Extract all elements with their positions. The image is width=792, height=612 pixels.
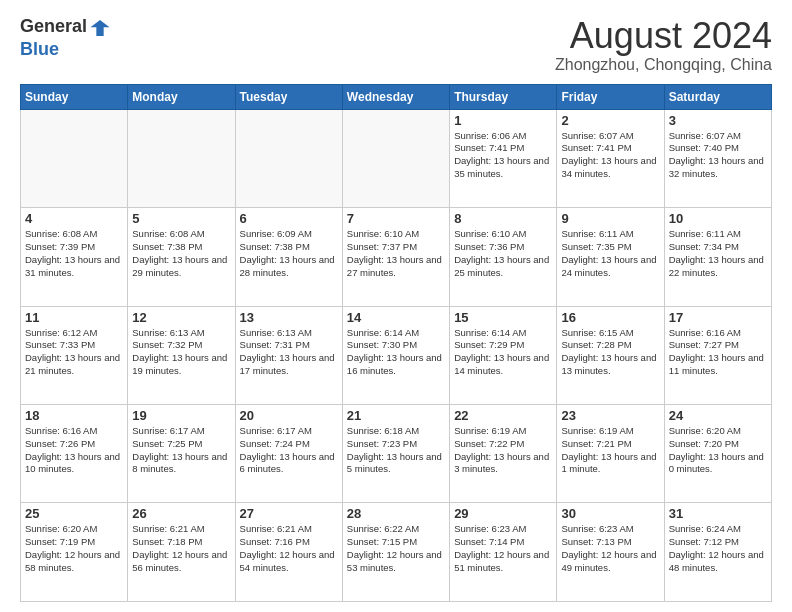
day-info: Sunrise: 6:21 AM Sunset: 7:16 PM Dayligh…: [240, 523, 338, 574]
day-info: Sunrise: 6:08 AM Sunset: 7:38 PM Dayligh…: [132, 228, 230, 279]
day-info: Sunrise: 6:14 AM Sunset: 7:30 PM Dayligh…: [347, 327, 445, 378]
day-number: 11: [25, 310, 123, 325]
calendar-cell: 12Sunrise: 6:13 AM Sunset: 7:32 PM Dayli…: [128, 306, 235, 404]
day-info: Sunrise: 6:15 AM Sunset: 7:28 PM Dayligh…: [561, 327, 659, 378]
calendar-cell: 24Sunrise: 6:20 AM Sunset: 7:20 PM Dayli…: [664, 405, 771, 503]
calendar-week-5: 25Sunrise: 6:20 AM Sunset: 7:19 PM Dayli…: [21, 503, 772, 602]
day-info: Sunrise: 6:07 AM Sunset: 7:41 PM Dayligh…: [561, 130, 659, 181]
calendar-cell: 21Sunrise: 6:18 AM Sunset: 7:23 PM Dayli…: [342, 405, 449, 503]
day-number: 30: [561, 506, 659, 521]
day-info: Sunrise: 6:12 AM Sunset: 7:33 PM Dayligh…: [25, 327, 123, 378]
day-number: 4: [25, 211, 123, 226]
day-info: Sunrise: 6:17 AM Sunset: 7:24 PM Dayligh…: [240, 425, 338, 476]
day-number: 26: [132, 506, 230, 521]
calendar-cell: 31Sunrise: 6:24 AM Sunset: 7:12 PM Dayli…: [664, 503, 771, 602]
calendar-header-tuesday: Tuesday: [235, 84, 342, 109]
subtitle: Zhongzhou, Chongqing, China: [555, 56, 772, 74]
calendar-cell: 29Sunrise: 6:23 AM Sunset: 7:14 PM Dayli…: [450, 503, 557, 602]
day-info: Sunrise: 6:11 AM Sunset: 7:35 PM Dayligh…: [561, 228, 659, 279]
day-info: Sunrise: 6:11 AM Sunset: 7:34 PM Dayligh…: [669, 228, 767, 279]
main-title: August 2024: [555, 16, 772, 56]
calendar-cell: 27Sunrise: 6:21 AM Sunset: 7:16 PM Dayli…: [235, 503, 342, 602]
day-number: 12: [132, 310, 230, 325]
day-info: Sunrise: 6:23 AM Sunset: 7:14 PM Dayligh…: [454, 523, 552, 574]
title-section: August 2024 Zhongzhou, Chongqing, China: [555, 16, 772, 74]
day-info: Sunrise: 6:22 AM Sunset: 7:15 PM Dayligh…: [347, 523, 445, 574]
day-number: 29: [454, 506, 552, 521]
day-info: Sunrise: 6:21 AM Sunset: 7:18 PM Dayligh…: [132, 523, 230, 574]
day-info: Sunrise: 6:19 AM Sunset: 7:21 PM Dayligh…: [561, 425, 659, 476]
calendar-table: SundayMondayTuesdayWednesdayThursdayFrid…: [20, 84, 772, 602]
day-number: 31: [669, 506, 767, 521]
day-info: Sunrise: 6:19 AM Sunset: 7:22 PM Dayligh…: [454, 425, 552, 476]
calendar-cell: 3Sunrise: 6:07 AM Sunset: 7:40 PM Daylig…: [664, 109, 771, 207]
day-info: Sunrise: 6:13 AM Sunset: 7:31 PM Dayligh…: [240, 327, 338, 378]
calendar-header-saturday: Saturday: [664, 84, 771, 109]
calendar-cell: 25Sunrise: 6:20 AM Sunset: 7:19 PM Dayli…: [21, 503, 128, 602]
day-info: Sunrise: 6:16 AM Sunset: 7:27 PM Dayligh…: [669, 327, 767, 378]
day-info: Sunrise: 6:20 AM Sunset: 7:19 PM Dayligh…: [25, 523, 123, 574]
calendar-week-3: 11Sunrise: 6:12 AM Sunset: 7:33 PM Dayli…: [21, 306, 772, 404]
calendar-cell: 23Sunrise: 6:19 AM Sunset: 7:21 PM Dayli…: [557, 405, 664, 503]
calendar-cell: 8Sunrise: 6:10 AM Sunset: 7:36 PM Daylig…: [450, 208, 557, 306]
day-info: Sunrise: 6:18 AM Sunset: 7:23 PM Dayligh…: [347, 425, 445, 476]
day-number: 27: [240, 506, 338, 521]
day-info: Sunrise: 6:08 AM Sunset: 7:39 PM Dayligh…: [25, 228, 123, 279]
logo: General Blue: [20, 16, 111, 60]
calendar-cell: [342, 109, 449, 207]
calendar-header-row: SundayMondayTuesdayWednesdayThursdayFrid…: [21, 84, 772, 109]
day-number: 2: [561, 113, 659, 128]
day-number: 21: [347, 408, 445, 423]
day-info: Sunrise: 6:13 AM Sunset: 7:32 PM Dayligh…: [132, 327, 230, 378]
calendar-cell: 26Sunrise: 6:21 AM Sunset: 7:18 PM Dayli…: [128, 503, 235, 602]
calendar-cell: 16Sunrise: 6:15 AM Sunset: 7:28 PM Dayli…: [557, 306, 664, 404]
calendar-cell: [21, 109, 128, 207]
day-number: 6: [240, 211, 338, 226]
day-number: 24: [669, 408, 767, 423]
day-number: 20: [240, 408, 338, 423]
calendar-cell: 1Sunrise: 6:06 AM Sunset: 7:41 PM Daylig…: [450, 109, 557, 207]
svg-marker-0: [91, 20, 110, 36]
calendar-cell: 6Sunrise: 6:09 AM Sunset: 7:38 PM Daylig…: [235, 208, 342, 306]
calendar-week-4: 18Sunrise: 6:16 AM Sunset: 7:26 PM Dayli…: [21, 405, 772, 503]
day-number: 9: [561, 211, 659, 226]
logo-wrapper: General Blue: [20, 16, 111, 60]
calendar-cell: [128, 109, 235, 207]
calendar-cell: 9Sunrise: 6:11 AM Sunset: 7:35 PM Daylig…: [557, 208, 664, 306]
calendar-header-wednesday: Wednesday: [342, 84, 449, 109]
day-number: 10: [669, 211, 767, 226]
logo-bird-icon: [89, 17, 111, 39]
day-number: 7: [347, 211, 445, 226]
calendar-cell: 11Sunrise: 6:12 AM Sunset: 7:33 PM Dayli…: [21, 306, 128, 404]
calendar-cell: [235, 109, 342, 207]
day-number: 22: [454, 408, 552, 423]
calendar-cell: 17Sunrise: 6:16 AM Sunset: 7:27 PM Dayli…: [664, 306, 771, 404]
calendar-header-friday: Friday: [557, 84, 664, 109]
day-info: Sunrise: 6:10 AM Sunset: 7:37 PM Dayligh…: [347, 228, 445, 279]
calendar-cell: 10Sunrise: 6:11 AM Sunset: 7:34 PM Dayli…: [664, 208, 771, 306]
day-info: Sunrise: 6:24 AM Sunset: 7:12 PM Dayligh…: [669, 523, 767, 574]
day-number: 16: [561, 310, 659, 325]
day-number: 5: [132, 211, 230, 226]
calendar-cell: 20Sunrise: 6:17 AM Sunset: 7:24 PM Dayli…: [235, 405, 342, 503]
day-number: 19: [132, 408, 230, 423]
calendar-header-sunday: Sunday: [21, 84, 128, 109]
calendar-cell: 19Sunrise: 6:17 AM Sunset: 7:25 PM Dayli…: [128, 405, 235, 503]
day-info: Sunrise: 6:06 AM Sunset: 7:41 PM Dayligh…: [454, 130, 552, 181]
day-number: 3: [669, 113, 767, 128]
logo-general-text: General: [20, 16, 111, 39]
calendar-cell: 5Sunrise: 6:08 AM Sunset: 7:38 PM Daylig…: [128, 208, 235, 306]
calendar-cell: 22Sunrise: 6:19 AM Sunset: 7:22 PM Dayli…: [450, 405, 557, 503]
day-info: Sunrise: 6:23 AM Sunset: 7:13 PM Dayligh…: [561, 523, 659, 574]
day-info: Sunrise: 6:10 AM Sunset: 7:36 PM Dayligh…: [454, 228, 552, 279]
calendar-cell: 14Sunrise: 6:14 AM Sunset: 7:30 PM Dayli…: [342, 306, 449, 404]
day-number: 15: [454, 310, 552, 325]
calendar-cell: 30Sunrise: 6:23 AM Sunset: 7:13 PM Dayli…: [557, 503, 664, 602]
calendar-cell: 18Sunrise: 6:16 AM Sunset: 7:26 PM Dayli…: [21, 405, 128, 503]
day-number: 18: [25, 408, 123, 423]
day-info: Sunrise: 6:16 AM Sunset: 7:26 PM Dayligh…: [25, 425, 123, 476]
calendar-header-thursday: Thursday: [450, 84, 557, 109]
calendar-week-1: 1Sunrise: 6:06 AM Sunset: 7:41 PM Daylig…: [21, 109, 772, 207]
day-number: 14: [347, 310, 445, 325]
day-info: Sunrise: 6:07 AM Sunset: 7:40 PM Dayligh…: [669, 130, 767, 181]
